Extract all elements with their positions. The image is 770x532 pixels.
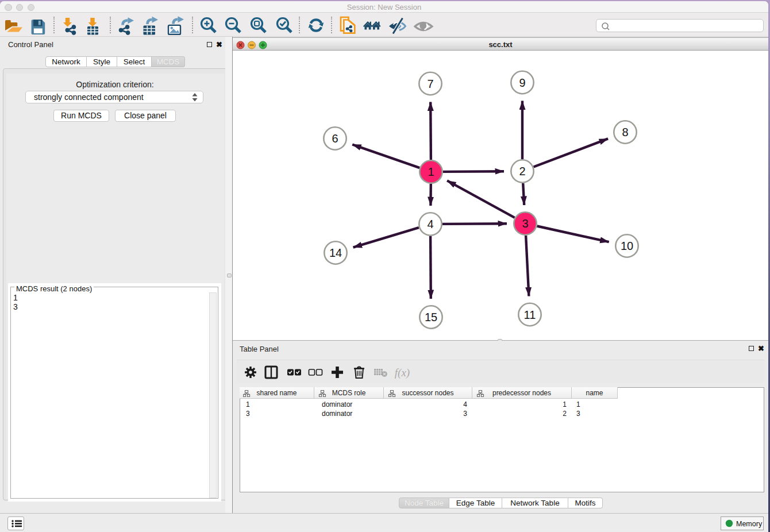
svg-text:2: 2 xyxy=(519,165,525,178)
svg-text:Memory: Memory xyxy=(736,520,763,528)
svg-text:8: 8 xyxy=(622,126,628,138)
svg-text:11: 11 xyxy=(524,309,536,321)
svg-text:10: 10 xyxy=(621,240,633,252)
svg-text:4: 4 xyxy=(427,218,433,230)
svg-text:14: 14 xyxy=(329,246,342,259)
svg-text:3: 3 xyxy=(522,217,528,230)
svg-text:9: 9 xyxy=(519,76,525,89)
svg-text:6: 6 xyxy=(332,132,338,145)
svg-text:7: 7 xyxy=(427,78,433,90)
svg-text:f(x): f(x) xyxy=(395,367,410,379)
svg-text:1: 1 xyxy=(428,165,434,178)
svg-text:15: 15 xyxy=(425,311,437,323)
